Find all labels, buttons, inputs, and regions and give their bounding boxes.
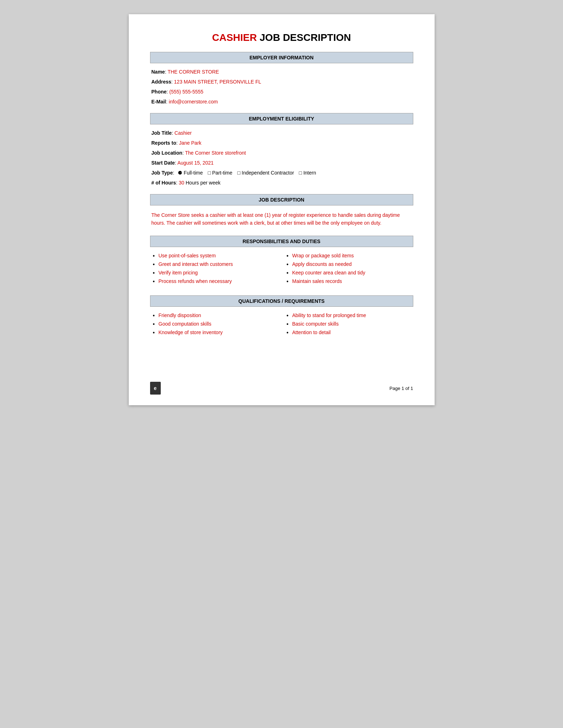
intern-checkbox-group: □ Intern — [299, 170, 316, 176]
qualifications-col1: Friendly disposition Good computation sk… — [152, 312, 278, 338]
eligibility-section: EMPLOYMENT ELIGIBILITY Job Title: Cashie… — [150, 113, 413, 186]
description-text: The Corner Store seeks a cashier with at… — [150, 211, 413, 227]
employer-phone-line: Phone: (555) 555-5555 — [152, 89, 412, 95]
footer: Page 1 of 1 — [150, 382, 413, 395]
responsibilities-list: Use point-of-sales system Greet and inte… — [150, 253, 413, 287]
eligibility-info-block: Job Title: Cashier Reports to: Jane Park… — [150, 130, 413, 186]
list-item: Knowledge of store inventory — [152, 330, 278, 335]
list-item: Wrap or package sold items — [285, 253, 412, 258]
hours-value: 30 — [179, 180, 185, 186]
qualifications-section: QUALIFICATIONS / REQUIREMENTS Friendly d… — [150, 295, 413, 338]
employer-address-label: Address — [152, 79, 171, 85]
hours-line: # of Hours: 30 Hours per week — [152, 180, 412, 186]
employer-email-value: info@cornerstore.com — [169, 99, 218, 105]
fulltime-checkbox-group: ⚈ Full-time — [178, 170, 203, 176]
employer-name-label: Name — [152, 69, 165, 75]
employer-info-block: Name: THE CORNER STORE Address: 123 MAIN… — [150, 69, 413, 105]
list-item: Good computation skills — [152, 321, 278, 327]
document-page: CASHIER JOB DESCRIPTION EMPLOYER INFORMA… — [129, 14, 435, 405]
list-item: Maintain sales records — [285, 278, 412, 284]
list-item: Process refunds when necessary — [152, 278, 278, 284]
intern-label: Intern — [303, 170, 316, 176]
job-type-line: Job Type: ⚈ Full-time □ Part-time □ Inde… — [152, 170, 412, 176]
job-title-line: Job Title: Cashier — [152, 130, 412, 136]
hours-suffix: Hours per week — [184, 180, 221, 186]
qualifications-list: Friendly disposition Good computation sk… — [150, 312, 413, 338]
employer-header: EMPLOYER INFORMATION — [150, 52, 413, 63]
qualifications-col2: Ability to stand for prolonged time Basi… — [285, 312, 412, 338]
document-icon — [150, 382, 161, 395]
list-item: Friendly disposition — [152, 312, 278, 318]
eligibility-header: EMPLOYMENT ELIGIBILITY — [150, 113, 413, 124]
start-date-label: Start Date — [152, 160, 175, 166]
job-title-value: Cashier — [175, 130, 192, 136]
page-number: Page 1 of 1 — [389, 386, 413, 391]
employer-name-line: Name: THE CORNER STORE — [152, 69, 412, 75]
independent-checkbox-group: □ Independent Contractor — [237, 170, 294, 176]
title-red-part: CASHIER — [212, 32, 257, 43]
list-item: Apply discounts as needed — [285, 261, 412, 267]
reports-to-label: Reports to — [152, 140, 176, 146]
list-item: Verify item pricing — [152, 270, 278, 275]
list-item: Keep counter area clean and tidy — [285, 270, 412, 275]
job-type-label: Job Type — [152, 170, 173, 176]
parttime-label: Part-time — [212, 170, 233, 176]
reports-to-value: Jane Park — [179, 140, 201, 146]
employer-section: EMPLOYER INFORMATION Name: THE CORNER ST… — [150, 52, 413, 105]
employer-phone-label: Phone — [152, 89, 167, 95]
responsibilities-col2: Wrap or package sold items Apply discoun… — [285, 253, 412, 287]
fulltime-label: Full-time — [184, 170, 203, 176]
employer-phone-value: (555) 555-5555 — [169, 89, 203, 95]
responsibilities-section: RESPONSIBILITIES AND DUTIES Use point-of… — [150, 236, 413, 287]
start-date-value: August 15, 2021 — [177, 160, 214, 166]
job-description-section: JOB DESCRIPTION The Corner Store seeks a… — [150, 194, 413, 227]
hours-label: # of Hours — [152, 180, 176, 186]
list-item: Attention to detail — [285, 330, 412, 335]
parttime-checkbox-group: □ Part-time — [208, 170, 232, 176]
responsibilities-col1: Use point-of-sales system Greet and inte… — [152, 253, 278, 287]
list-item: Ability to stand for prolonged time — [285, 312, 412, 318]
employer-address-line: Address: 123 MAIN STREET, PERSONVILLE FL — [152, 79, 412, 85]
job-location-line: Job Location: The Corner Store storefron… — [152, 150, 412, 156]
employer-email-line: E-Mail: info@cornerstore.com — [152, 99, 412, 105]
independent-label: Independent Contractor — [242, 170, 294, 176]
list-item: Greet and interact with customers — [152, 261, 278, 267]
employer-name-value: THE CORNER STORE — [168, 69, 219, 75]
main-title: CASHIER JOB DESCRIPTION — [150, 32, 413, 43]
job-location-value: The Corner Store storefront — [185, 150, 246, 156]
list-item: Basic computer skills — [285, 321, 412, 327]
employer-email-label: E-Mail — [152, 99, 166, 105]
title-black-part: JOB DESCRIPTION — [257, 32, 351, 43]
job-location-label: Job Location — [152, 150, 182, 156]
qualifications-header: QUALIFICATIONS / REQUIREMENTS — [150, 295, 413, 307]
responsibilities-header: RESPONSIBILITIES AND DUTIES — [150, 236, 413, 247]
list-item: Use point-of-sales system — [152, 253, 278, 258]
job-title-label: Job Title — [152, 130, 172, 136]
reports-to-line: Reports to: Jane Park — [152, 140, 412, 146]
start-date-line: Start Date: August 15, 2021 — [152, 160, 412, 166]
employer-address-value: 123 MAIN STREET, PERSONVILLE FL — [174, 79, 261, 85]
job-description-header: JOB DESCRIPTION — [150, 194, 413, 205]
